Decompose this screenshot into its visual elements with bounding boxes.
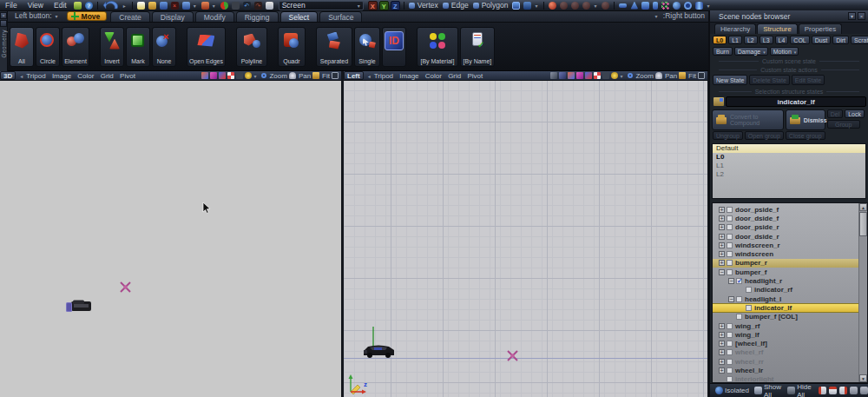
node-checkbox[interactable]	[727, 224, 733, 230]
tree-row[interactable]: windscreen	[713, 249, 858, 258]
tree-row[interactable]: indicator_rf	[713, 286, 858, 294]
scroll-up-icon[interactable]: ▲	[859, 203, 867, 211]
chevron-down-icon[interactable]: ▾	[535, 3, 537, 9]
select-element-button[interactable]: Element	[62, 27, 89, 67]
polygon-mode-button[interactable]: Polygon	[482, 1, 509, 10]
menu-tripod[interactable]: Tripod	[26, 72, 45, 80]
tab-create[interactable]: Create	[110, 11, 150, 22]
burn-button[interactable]: Burn	[713, 47, 733, 56]
chevron-down-icon[interactable]: ▾	[707, 3, 709, 9]
primitive-plane-icon[interactable]	[619, 3, 627, 8]
node-checkbox[interactable]	[727, 367, 733, 374]
undo-icon[interactable]	[182, 2, 190, 10]
expander-icon[interactable]	[719, 242, 725, 248]
node-checkbox[interactable]	[746, 287, 752, 293]
pivot-marker[interactable]	[507, 350, 518, 361]
tab-select[interactable]: Select	[280, 11, 319, 22]
isolated-button[interactable]: Isolated	[725, 387, 749, 394]
undo-step-icon[interactable]: ↶	[243, 2, 251, 10]
brush-icon[interactable]	[201, 72, 208, 79]
tree-row[interactable]: wheel_rr	[713, 357, 858, 366]
list-item[interactable]: L0	[713, 153, 865, 162]
tree-row[interactable]: indicator_lf	[713, 303, 858, 312]
dismiss-button[interactable]: Dismiss	[786, 109, 825, 130]
redo-icon[interactable]	[201, 2, 209, 10]
select-circle-button[interactable]: Circle	[36, 27, 60, 67]
lod-l4-button[interactable]: L4	[775, 36, 789, 44]
node-checkbox[interactable]	[736, 314, 742, 320]
convert-to-compound-button[interactable]: Convert to Compound	[712, 109, 784, 130]
tab-properties[interactable]: Properties	[799, 23, 842, 34]
maximize-icon[interactable]	[332, 72, 339, 79]
list-item[interactable]: L2	[713, 170, 865, 179]
primitive-box-icon[interactable]	[653, 2, 658, 10]
edge-icon[interactable]	[443, 3, 449, 9]
undo-dropdown-icon[interactable]: ▾	[194, 3, 196, 9]
checker-icon[interactable]	[227, 72, 234, 79]
delete-icon[interactable]: ×	[171, 2, 179, 10]
menu-tripod[interactable]: Tripod	[374, 72, 393, 80]
node-checkbox[interactable]	[727, 323, 733, 329]
vertex-icon[interactable]	[409, 3, 415, 9]
chevron-down-icon[interactable]: ▾	[654, 14, 657, 19]
node-checkbox[interactable]	[727, 349, 733, 355]
export-doc-icon-5[interactable]	[860, 387, 868, 394]
scroll-down-icon[interactable]: ▼	[859, 374, 867, 382]
lod-col-button[interactable]: COL	[790, 36, 809, 44]
export-doc-icon-1[interactable]	[819, 387, 826, 394]
brush-icon[interactable]	[568, 72, 575, 79]
tree-row[interactable]: bumper_f [COL]	[713, 313, 858, 321]
select-mark-button[interactable]: Mark	[126, 27, 150, 67]
node-checkbox[interactable]	[727, 215, 733, 222]
menu-image[interactable]: Image	[399, 72, 418, 80]
select-mode-alt-icon[interactable]	[523, 2, 531, 10]
zoom-icon[interactable]	[261, 73, 266, 78]
node-checkbox[interactable]	[727, 376, 733, 382]
menu-pivot[interactable]: Pivot	[468, 72, 483, 80]
node-checkbox[interactable]	[736, 278, 742, 284]
axis-x-button[interactable]: X	[368, 1, 378, 10]
structure-states-list[interactable]: DefaultL0L1L2	[712, 143, 866, 199]
car-model-side[interactable]	[361, 327, 398, 361]
select-separated-button[interactable]: Separated	[316, 27, 352, 67]
tree-row[interactable]: door_dside_r	[713, 232, 858, 241]
pencil-icon[interactable]	[210, 72, 217, 79]
node-checkbox[interactable]	[727, 269, 733, 275]
node-checkbox[interactable]	[746, 305, 752, 311]
primitive-cone-icon[interactable]	[630, 2, 638, 10]
expander-icon[interactable]	[728, 296, 734, 302]
viewport-left[interactable]: z	[344, 81, 707, 397]
menu-pivot[interactable]: Pivot	[120, 72, 135, 80]
lamp-icon[interactable]	[611, 72, 618, 79]
expander-icon[interactable]	[719, 349, 725, 355]
node-checkbox[interactable]	[727, 234, 733, 240]
zoom-button[interactable]: Zoom	[635, 72, 653, 80]
menu-color[interactable]: Color	[425, 72, 442, 80]
axis-y-button[interactable]: Y	[379, 1, 389, 10]
flag-icon[interactable]	[219, 72, 226, 79]
move-tool-button[interactable]: Move	[67, 11, 108, 21]
collapse-icon[interactable]: ▾	[848, 12, 856, 20]
fit-icon[interactable]	[679, 72, 686, 79]
primitive-torus-icon[interactable]	[684, 2, 692, 10]
pan-button[interactable]: Pan	[665, 72, 677, 80]
export-doc-icon-2[interactable]	[829, 387, 837, 394]
select-by-material-button[interactable]: [By Material]	[417, 27, 458, 67]
sphere-tool-icon-1[interactable]	[549, 2, 556, 10]
select-open-edges-button[interactable]: Open Edges	[187, 27, 226, 67]
zoom-icon[interactable]	[628, 73, 633, 78]
tree-row[interactable]: bumper_f	[713, 268, 858, 276]
tree-row[interactable]: wing_rf	[713, 321, 858, 330]
tab-hierarchy[interactable]: Hierarchy	[714, 23, 756, 34]
select-none-button[interactable]: × None	[152, 27, 176, 67]
select-polyline-button[interactable]: Polyline	[236, 27, 267, 67]
maximize-icon[interactable]	[698, 72, 705, 79]
menu-file[interactable]: File	[0, 1, 23, 10]
chevron-down-icon[interactable]: ▾	[620, 73, 622, 79]
lod-dust-button[interactable]: Dust	[812, 36, 831, 44]
viewport-3d-label[interactable]: 3D	[0, 71, 16, 80]
select-single-button[interactable]: Single	[354, 27, 380, 67]
expander-icon[interactable]	[719, 359, 725, 365]
select-by-name-button[interactable]: ✓ [By Name]	[460, 27, 495, 67]
edge-mode-button[interactable]: Edge	[451, 1, 469, 10]
